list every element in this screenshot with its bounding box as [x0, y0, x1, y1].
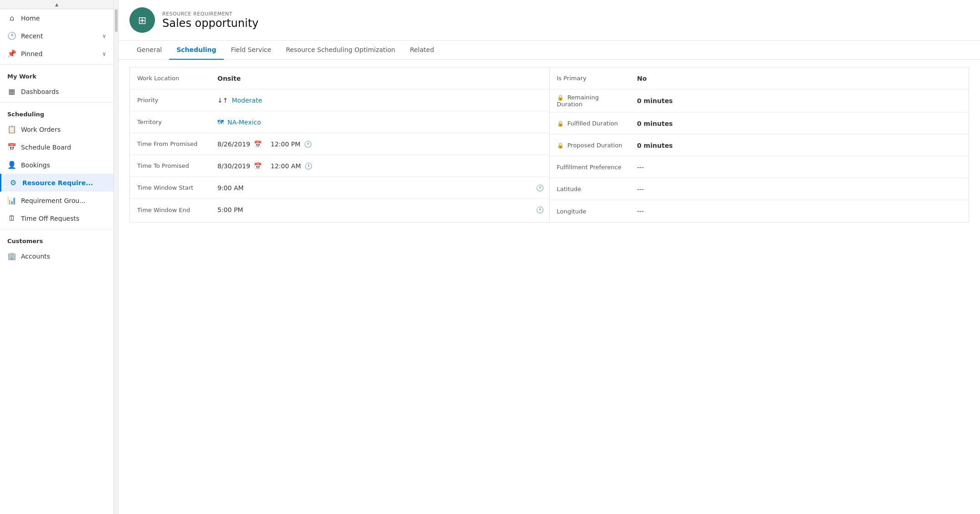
- sidebar-item-time-off-requests-label: Time Off Requests: [21, 215, 79, 222]
- latitude-label: Latitude: [550, 181, 632, 197]
- time-to-clock-icon[interactable]: 🕐: [304, 162, 312, 170]
- territory-row: Territory 🗺 NA-Mexico: [130, 111, 549, 133]
- proposed-duration-value[interactable]: 0 minutes: [632, 137, 969, 154]
- fulfillment-preference-row: Fulfillment Preference ---: [550, 156, 969, 178]
- territory-value[interactable]: 🗺 NA-Mexico: [212, 114, 549, 130]
- remaining-duration-row: 🔒 Remaining Duration 0 minutes: [550, 89, 969, 113]
- tab-resource-scheduling-optimization[interactable]: Resource Scheduling Optimization: [279, 41, 402, 60]
- proposed-duration-row: 🔒 Proposed Duration 0 minutes: [550, 135, 969, 156]
- time-to-promised-value[interactable]: 8/30/2019 📅 12:00 AM 🕐: [212, 158, 549, 174]
- pin-icon: 📌: [7, 49, 16, 58]
- home-icon: ⌂: [7, 14, 16, 22]
- sidebar-item-requirement-groups[interactable]: 📊 Requirement Grou...: [0, 192, 113, 209]
- section-my-work: My Work: [0, 67, 113, 83]
- proposed-duration-lock-icon: 🔒: [557, 142, 564, 149]
- time-from-clock-icon[interactable]: 🕐: [304, 140, 312, 148]
- proposed-duration-label: 🔒 Proposed Duration: [550, 137, 632, 153]
- recent-chevron-icon: ∨: [102, 33, 106, 39]
- priority-value[interactable]: ↓↑ Moderate: [212, 92, 549, 109]
- time-to-time[interactable]: 12:00 AM: [271, 162, 301, 170]
- time-from-time[interactable]: 12:00 PM: [271, 140, 300, 148]
- form-left-col: Work Location Onsite Priority ↓↑ Moderat…: [130, 67, 550, 222]
- map-icon: 🗺: [217, 119, 224, 126]
- territory-text[interactable]: NA-Mexico: [227, 119, 261, 126]
- time-to-date[interactable]: 8/30/2019: [217, 162, 250, 170]
- priority-text[interactable]: Moderate: [232, 97, 262, 104]
- fulfilled-duration-lock-icon: 🔒: [557, 120, 564, 127]
- remaining-duration-value[interactable]: 0 minutes: [632, 93, 969, 109]
- sidebar-scrollbar[interactable]: [114, 0, 119, 514]
- work-location-label: Work Location: [130, 70, 212, 86]
- fulfilled-duration-row: 🔒 Fulfilled Duration 0 minutes: [550, 113, 969, 135]
- sidebar-item-bookings[interactable]: 👤 Bookings: [0, 156, 113, 174]
- record-header: ⊞ RESOURCE REQUIREMENT Sales opportunity: [119, 0, 980, 41]
- is-primary-value[interactable]: No: [632, 70, 969, 87]
- tab-field-service[interactable]: Field Service: [224, 41, 279, 60]
- accounts-icon: 🏢: [7, 252, 16, 260]
- remaining-duration-label: 🔒 Remaining Duration: [550, 89, 632, 112]
- time-window-start-value[interactable]: 9:00 AM 🕐: [212, 180, 549, 196]
- longitude-label: Longitude: [550, 203, 632, 219]
- section-scheduling: Scheduling: [0, 104, 113, 120]
- priority-row: Priority ↓↑ Moderate: [130, 89, 549, 111]
- remaining-duration-lock-icon: 🔒: [557, 94, 564, 101]
- fulfilled-duration-value[interactable]: 0 minutes: [632, 115, 969, 132]
- section-customers: Customers: [0, 231, 113, 247]
- form-section: Work Location Onsite Priority ↓↑ Moderat…: [129, 67, 969, 223]
- sidebar-item-schedule-board[interactable]: 📅 Schedule Board: [0, 138, 113, 156]
- time-from-cal-icon[interactable]: 📅: [254, 140, 262, 148]
- tabs-bar: General Scheduling Field Service Resourc…: [119, 41, 980, 60]
- sidebar-item-pinned-label: Pinned: [21, 50, 42, 57]
- fulfillment-preference-label: Fulfillment Preference: [550, 159, 632, 175]
- sidebar-scroll-up[interactable]: ▲: [0, 0, 113, 9]
- time-from-date[interactable]: 8/26/2019: [217, 140, 250, 148]
- priority-label: Priority: [130, 92, 212, 108]
- window-end-time[interactable]: 5:00 PM: [217, 206, 243, 213]
- record-title: Sales opportunity: [162, 17, 258, 30]
- sidebar-item-accounts[interactable]: 🏢 Accounts: [0, 247, 113, 265]
- tab-related[interactable]: Related: [402, 41, 441, 60]
- time-from-promised-row: Time From Promised 8/26/2019 📅 12:00 PM …: [130, 133, 549, 155]
- sidebar-item-requirement-groups-label: Requirement Grou...: [21, 197, 86, 204]
- work-location-value[interactable]: Onsite: [212, 70, 549, 87]
- sidebar-item-resource-requirements[interactable]: ⚙ Resource Require...: [0, 174, 113, 192]
- window-start-time[interactable]: 9:00 AM: [217, 184, 244, 192]
- record-title-block: RESOURCE REQUIREMENT Sales opportunity: [162, 11, 258, 30]
- time-window-start-label: Time Window Start: [130, 180, 212, 196]
- priority-sort-icon: ↓↑: [217, 97, 228, 104]
- fulfilled-duration-label: 🔒 Fulfilled Duration: [550, 115, 632, 131]
- time-to-cal-icon[interactable]: 📅: [254, 162, 262, 170]
- territory-label: Territory: [130, 114, 212, 130]
- sidebar-item-home[interactable]: ⌂ Home: [0, 9, 113, 27]
- window-end-clock-icon[interactable]: 🕐: [536, 206, 544, 213]
- time-window-end-label: Time Window End: [130, 202, 212, 218]
- window-start-clock-icon[interactable]: 🕐: [536, 184, 544, 192]
- sidebar-item-bookings-label: Bookings: [21, 161, 50, 169]
- record-icon: ⊞: [129, 7, 155, 33]
- tab-scheduling[interactable]: Scheduling: [169, 41, 223, 60]
- form-right-col: Is Primary No 🔒 Remaining Duration 0 min…: [550, 67, 969, 222]
- bookings-icon: 👤: [7, 161, 16, 169]
- recent-icon: 🕐: [7, 31, 16, 40]
- sidebar-item-recent[interactable]: 🕐 Recent ∨: [0, 27, 113, 45]
- sidebar-item-work-orders[interactable]: 📋 Work Orders: [0, 120, 113, 138]
- fulfillment-preference-value[interactable]: ---: [632, 159, 969, 176]
- time-to-promised-label: Time To Promised: [130, 158, 212, 174]
- dashboards-icon: ▦: [7, 87, 16, 96]
- latitude-row: Latitude ---: [550, 178, 969, 200]
- sidebar-item-dashboards[interactable]: ▦ Dashboards: [0, 83, 113, 100]
- sidebar-item-time-off-requests[interactable]: 🗓 Time Off Requests: [0, 209, 113, 227]
- longitude-row: Longitude ---: [550, 200, 969, 222]
- longitude-value[interactable]: ---: [632, 203, 969, 219]
- time-to-promised-row: Time To Promised 8/30/2019 📅 12:00 AM 🕐: [130, 155, 549, 177]
- latitude-value[interactable]: ---: [632, 181, 969, 197]
- work-location-row: Work Location Onsite: [130, 67, 549, 89]
- resource-requirements-icon: ⚙: [9, 178, 18, 187]
- sidebar-item-pinned[interactable]: 📌 Pinned ∨: [0, 45, 113, 62]
- time-window-end-value[interactable]: 5:00 PM 🕐: [212, 202, 549, 218]
- is-primary-row: Is Primary No: [550, 67, 969, 89]
- work-orders-icon: 📋: [7, 125, 16, 134]
- tab-general[interactable]: General: [129, 41, 169, 60]
- is-primary-label: Is Primary: [550, 70, 632, 86]
- time-from-promised-value[interactable]: 8/26/2019 📅 12:00 PM 🕐: [212, 136, 549, 152]
